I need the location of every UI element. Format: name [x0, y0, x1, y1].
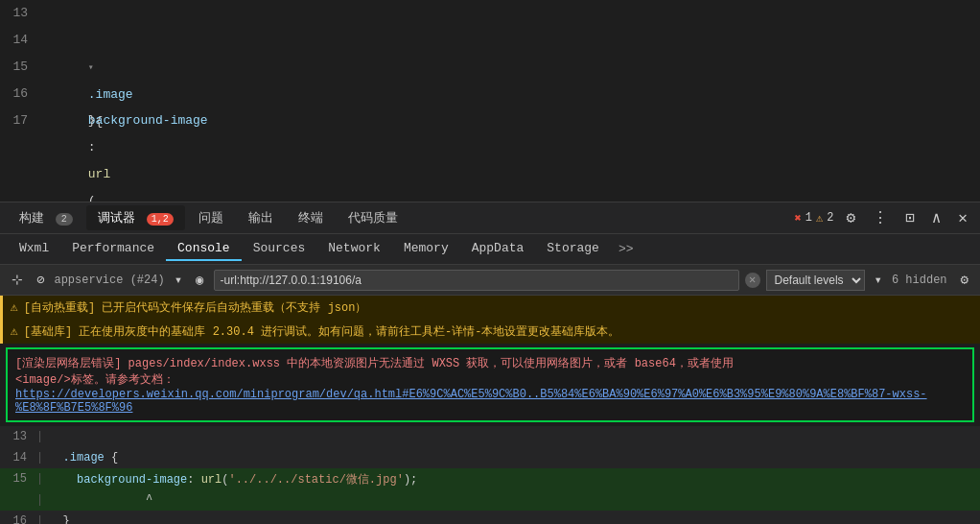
- tab-build[interactable]: 构建 2: [8, 205, 84, 230]
- tab-right-controls: ✖ 1 ⚠ 2 ⚙ ⋮ ⊡ ∧ ✕: [795, 206, 972, 229]
- gear-button[interactable]: ⚙: [841, 206, 860, 229]
- hidden-count: 6 hidden: [892, 274, 947, 287]
- more-button[interactable]: ⋮: [868, 206, 893, 229]
- tab-appdata[interactable]: AppData: [460, 237, 536, 261]
- snippet-line-14: 14 | .image {: [0, 447, 980, 468]
- tab-storage[interactable]: Storage: [535, 237, 611, 261]
- warning-icon-1: ⚠: [11, 299, 18, 315]
- error-message: [渲染层网络层错误] pages/index/index.wxss 中的本地资源…: [15, 357, 734, 370]
- tab-memory[interactable]: Memory: [392, 237, 460, 261]
- tab-console[interactable]: Console: [166, 237, 242, 261]
- debug-badge: 1,2: [147, 213, 174, 226]
- code-line-13: 13: [0, 0, 980, 27]
- tab-code-quality[interactable]: 代码质量: [337, 205, 409, 230]
- tab-performance[interactable]: Performance: [60, 237, 166, 261]
- error-box: [渲染层网络层错误] pages/index/index.wxss 中的本地资源…: [6, 347, 974, 422]
- warning-icon-2: ⚠: [11, 323, 18, 339]
- code-snippet: 13 | 14 | .image { 15 | background-image…: [0, 426, 980, 524]
- console-gear[interactable]: ⚙: [957, 270, 972, 290]
- appservice-label: appservice (#24): [54, 274, 164, 287]
- levels-chevron[interactable]: ▾: [871, 270, 886, 290]
- sn-bar: |: [36, 451, 43, 464]
- cursor-tool[interactable]: ⊹: [8, 270, 27, 290]
- sn-bar: |: [36, 493, 43, 507]
- tab-sources[interactable]: Sources: [242, 237, 317, 261]
- snippet-line-16: 16 | }: [0, 511, 980, 524]
- sn-content: .image {: [49, 451, 118, 464]
- snippet-line-15: 15 | background-image: url('../../../sta…: [0, 468, 980, 489]
- code-line-14: 14 ▾ .image {: [0, 27, 980, 54]
- tab-issues[interactable]: 问题: [187, 205, 235, 230]
- tab-network[interactable]: Network: [316, 237, 392, 261]
- code-func: url: [88, 167, 110, 181]
- line-content: }: [43, 81, 980, 161]
- error-badge: ✖ 1 ⚠ 2: [795, 211, 834, 226]
- build-badge: 2: [56, 213, 73, 226]
- url-clear[interactable]: ✕: [745, 273, 760, 288]
- sn-content: background-image: url('../../../static/微…: [49, 471, 417, 488]
- tab-wxml[interactable]: Wxml: [8, 237, 60, 261]
- sn-num: 13: [8, 430, 36, 443]
- sn-bar: |: [36, 430, 43, 443]
- line-number: 17: [0, 107, 43, 134]
- appservice-dropdown[interactable]: ▾: [171, 270, 186, 290]
- dock-button[interactable]: ⊡: [900, 206, 920, 229]
- snippet-line-15-arrow: | ^: [0, 489, 980, 511]
- warning-message-2: ⚠ [基础库] 正在使用灰度中的基础库 2.30.4 进行调试。如有问题，请前往…: [0, 320, 980, 344]
- sn-num: 14: [8, 451, 36, 464]
- warning-text-1: [自动热重载] 已开启代码文件保存后自动热重载（不支持 json）: [24, 299, 367, 316]
- sn-content: ^: [49, 493, 152, 507]
- code-line-15: 15 background-image : url ( '../../../st…: [0, 54, 980, 81]
- sn-bar: |: [36, 472, 43, 486]
- error-link[interactable]: https://developers.weixin.qq.com/minipro…: [15, 388, 927, 415]
- code-paren: (: [88, 194, 96, 202]
- warning-text-2: [基础库] 正在使用灰度中的基础库 2.30.4 进行调试。如有问题，请前往工具…: [24, 323, 620, 340]
- tab-terminal[interactable]: 终端: [287, 205, 335, 230]
- url-input[interactable]: [214, 270, 739, 291]
- line-number: 16: [0, 81, 43, 107]
- sn-num: 16: [8, 514, 36, 524]
- warn-icon: ⚠: [816, 211, 823, 226]
- console-area: ⚠ [自动热重载] 已开启代码文件保存后自动热重载（不支持 json） ⚠ [基…: [0, 296, 980, 524]
- eye-tool[interactable]: ◉: [192, 270, 207, 290]
- line-number: 14: [0, 27, 43, 54]
- error-text: [渲染层网络层错误] pages/index/index.wxss 中的本地资源…: [15, 355, 965, 371]
- close-button[interactable]: ✕: [953, 206, 972, 229]
- levels-select[interactable]: Default levels: [766, 270, 865, 291]
- code-line-16: 16 }: [0, 81, 980, 107]
- snippet-line-13: 13 |: [0, 426, 980, 447]
- tools-bar: ⊹ ⊘ appservice (#24) ▾ ◉ ✕ Default level…: [0, 265, 980, 296]
- line-number: 13: [0, 0, 43, 27]
- collapse-button[interactable]: ∧: [927, 206, 946, 229]
- sn-content: }: [49, 514, 70, 524]
- error-text-line2: <image/>标签。请参考文档： https://developers.wei…: [15, 371, 965, 415]
- tab-output[interactable]: 输出: [237, 205, 285, 230]
- error-message-2: <image/>标签。请参考文档：: [15, 373, 175, 387]
- tab-debugger[interactable]: 调试器 1,2: [86, 205, 185, 230]
- error-icon: ✖: [795, 211, 802, 226]
- warning-message-1: ⚠ [自动热重载] 已开启代码文件保存后自动热重载（不支持 json）: [0, 296, 980, 320]
- line-number: 15: [0, 54, 43, 81]
- ban-tool[interactable]: ⊘: [33, 270, 48, 290]
- sn-bar: |: [36, 514, 43, 524]
- code-brace-close: }: [88, 113, 96, 128]
- more-tabs[interactable]: >>: [611, 238, 642, 260]
- inspector-tabs: Wxml Performance Console Sources Network…: [0, 234, 980, 265]
- snippet-selector: .image: [63, 451, 105, 464]
- devtools-tabbar: 构建 2 调试器 1,2 问题 输出 终端 代码质量 ✖ 1 ⚠ 2 ⚙ ⋮ ⊡…: [0, 202, 980, 234]
- sn-num: 15: [8, 472, 36, 486]
- code-editor: 13 14 ▾ .image { 15 background-image : u…: [0, 0, 980, 202]
